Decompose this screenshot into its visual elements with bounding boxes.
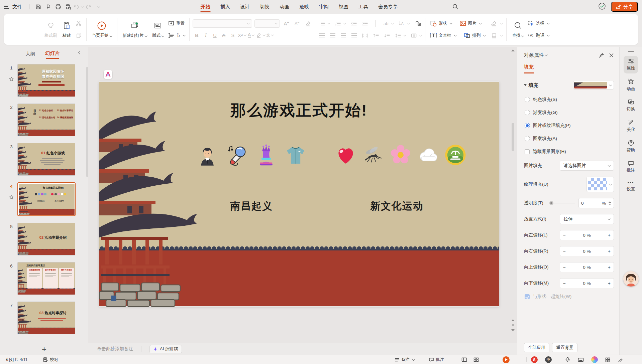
decrease-font-button[interactable]: A− [293,19,301,28]
scroll-handle[interactable] [512,324,514,326]
line-spacing-button[interactable] [394,31,407,40]
justify-button[interactable] [350,31,358,40]
rail-beautify[interactable]: 美化 [624,117,638,135]
arrange-button[interactable]: 排列 [462,31,487,40]
emoji-microphone-icon[interactable] [226,144,248,166]
tab-slides[interactable]: 幻灯片 [45,50,60,58]
shapes-button[interactable]: 形状 [429,19,453,28]
slide-thumb-7[interactable]: 7 03 热点时事探讨 [5,302,85,334]
add-slide-button[interactable]: + [39,345,49,354]
picture-button[interactable]: 图片 [458,19,483,28]
section-button[interactable]: 节 [167,31,186,40]
tab-member[interactable]: 会员专享 [373,0,403,13]
emoji-chess-queen-icon[interactable] [255,144,277,166]
slide-thumb-5[interactable]: 5 02 活动主题介绍 [5,223,85,255]
numbering-button[interactable] [334,19,347,28]
superscript-button[interactable]: X² [238,31,246,39]
group1-label-textbox[interactable]: 南昌起义 [230,199,273,213]
slide-thumb-3[interactable]: 3 01 红色小游戏 [5,143,85,176]
shape-outline-button[interactable] [490,31,504,40]
clear-format-button[interactable] [304,19,312,28]
align-left-button[interactable] [318,31,326,40]
strikethrough-button[interactable]: S [229,31,237,39]
tab-transition[interactable]: 切换 [255,0,275,13]
pattern-fill-option[interactable]: 图案填充(A) [525,136,614,142]
emoji-fountain-icon[interactable] [444,144,466,166]
translate-button[interactable]: A翻译 [527,31,550,40]
bullets-button[interactable] [318,19,331,28]
group2-label-textbox[interactable]: 新文化运动 [370,199,424,213]
tab-design[interactable]: 设计 [235,0,255,13]
redo-button[interactable] [83,2,93,11]
plus-button[interactable]: + [608,233,611,238]
cut-icon[interactable] [75,19,83,28]
user-avatar[interactable] [623,271,639,287]
emoji-heart-icon[interactable] [335,144,357,166]
find-button[interactable]: 查找 [510,16,526,42]
apply-all-button[interactable]: 全部应用 [524,343,549,352]
select-button[interactable]: 选择 [527,19,550,28]
undo-button[interactable] [73,2,83,11]
tab-tools[interactable]: 工具 [353,0,373,13]
ime-toolbox-icon[interactable] [605,355,610,364]
reset-button[interactable]: 重置 [167,19,186,28]
close-panel-icon[interactable] [609,53,614,58]
texture-fill-select[interactable] [586,177,614,192]
rail-properties[interactable]: 属性 [624,56,638,73]
plus-button[interactable]: + [608,265,611,270]
copy-icon[interactable] [75,31,83,40]
phonetic-guide-button[interactable]: 文 [265,31,274,39]
rail-transition[interactable]: 切换 [624,97,638,114]
slide-thumb-4-selected[interactable]: 4 那么游戏正式开始! [5,182,85,216]
minus-button[interactable]: − [563,233,566,238]
format-painter-button[interactable]: 格式刷 [42,16,60,42]
collapse-section-icon[interactable] [524,84,527,86]
rail-settings[interactable]: ••• 设置 [624,178,638,194]
scroll-up-icon[interactable] [511,49,515,51]
fill-preview-select[interactable] [573,81,614,89]
gradient-fill-option[interactable]: 渐变填充(G) [525,110,614,116]
panel-title-chevron-icon[interactable] [545,53,548,56]
wps-ai-logo[interactable] [104,70,112,79]
emoji-flower-icon[interactable] [390,144,412,166]
cloud-sync-icon[interactable] [598,2,606,11]
minus-button[interactable]: − [563,249,566,254]
text-direction-button[interactable]: A [398,19,411,28]
minus-button[interactable]: − [563,281,566,286]
layout-button[interactable]: 版式 [150,16,166,42]
slide-sorter-view-button[interactable] [473,355,479,364]
spinner-arrows[interactable] [609,201,611,205]
align-center-button[interactable] [329,31,336,40]
ime-skin-icon[interactable] [591,355,598,364]
ai-speech-button[interactable]: AI 演讲稿 [149,345,182,353]
strike-a-button[interactable]: A [220,31,228,39]
play-from-current-button[interactable]: 当页开始 [90,16,114,42]
normal-view-button[interactable] [461,355,467,364]
rail-comments[interactable]: 批注 [624,158,638,176]
highlight-color-button[interactable] [256,31,265,39]
share-button[interactable]: 分享 [611,2,638,12]
main-menu-icon[interactable] [4,5,9,9]
new-slide-button[interactable]: 新建幻灯片 [120,16,149,42]
minus-button[interactable]: − [563,265,566,270]
increase-indent-button[interactable] [361,19,369,28]
canvas-scrollbar[interactable] [511,47,515,343]
ime-logo-icon[interactable]: S [531,355,538,364]
tab-slideshow[interactable]: 放映 [294,0,314,13]
rail-help[interactable]: 帮助 [624,137,638,156]
solid-fill-option[interactable]: 纯色填充(S) [525,97,614,103]
underline-button[interactable]: U [211,31,219,39]
ime-mic-icon[interactable] [565,355,570,364]
picture-fill-option[interactable]: 图片或纹理填充(P) [525,123,614,129]
slide-thumb-2[interactable]: 2 目录 01 红色小游戏 03 热点时事探讨 02 活动主题介绍 04 厚植家… [5,104,85,136]
previous-slide-button[interactable] [511,319,515,321]
slide-title-textbox[interactable]: 那么游戏正式开始! [99,100,499,121]
emoji-tshirt-icon[interactable] [285,144,307,166]
tab-outline[interactable]: 大纲 [25,51,35,57]
slide-canvas[interactable]: 那么游戏正式开始! 南昌起义 新文化运动 [99,82,499,306]
picture-fill-select[interactable]: 请选择图片 [560,161,614,171]
decrease-line-space-button[interactable] [383,31,391,40]
plus-button[interactable]: + [608,281,611,286]
paste-button[interactable]: 粘贴 [60,16,73,42]
tab-animation[interactable]: 动画 [275,0,294,13]
